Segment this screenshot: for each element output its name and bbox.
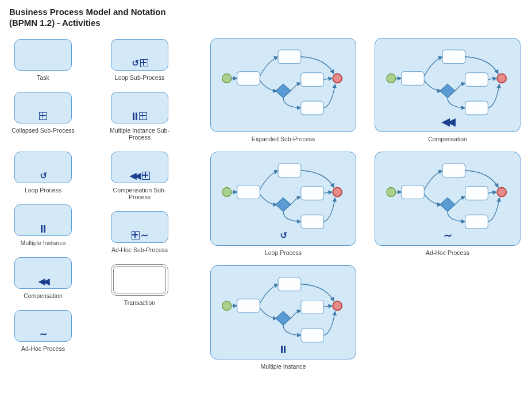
label-transaction: Transaction [108, 299, 171, 307]
label-big-adhoc: Ad-Hoc Process [375, 249, 521, 256]
cell-comp: ◀◀ Compensation [11, 257, 75, 300]
parallel-icon [132, 111, 138, 120]
svg-rect-11 [237, 185, 260, 199]
svg-line-15 [298, 196, 301, 198]
shape-multi-sub-process [111, 92, 168, 123]
svg-rect-26 [301, 300, 324, 314]
svg-rect-17 [301, 215, 324, 229]
shape-transaction [111, 264, 168, 296]
shape-comp-sub-process: ◀◀ [111, 152, 168, 183]
diagram-grid: Task Collapsed Sub-Process ↻ Loop Proces… [9, 38, 526, 407]
shape-expanded-sub-process [210, 38, 356, 132]
svg-line-8 [323, 78, 332, 79]
svg-line-18 [323, 192, 332, 193]
label-multi-sub: Multiple Instance Sub-Process [108, 127, 171, 141]
label-multi: Multiple Instance [11, 239, 75, 247]
svg-point-10 [222, 187, 232, 196]
cell-multi-sub: Multiple Instance Sub-Process [108, 92, 171, 141]
svg-rect-1 [237, 71, 260, 85]
svg-point-39 [497, 74, 506, 83]
cell-multi: Multiple Instance [11, 204, 75, 247]
svg-rect-27 [301, 328, 324, 342]
svg-line-48 [488, 192, 496, 193]
svg-rect-21 [237, 299, 260, 312]
shape-loop-sub-process: ↻ [111, 39, 168, 71]
label-comp-sub: Compensation Sub-Process [108, 187, 171, 201]
svg-point-40 [387, 187, 396, 196]
svg-rect-7 [301, 101, 324, 115]
cell-adhoc: ∼ Ad-Hoc Process [11, 310, 75, 353]
rewind-icon: ◀◀ [130, 172, 139, 180]
shape-big-compensation: ◀◀ [375, 38, 521, 132]
shape-compensation: ◀◀ [14, 257, 72, 289]
svg-line-45 [462, 196, 465, 198]
svg-line-34 [455, 84, 462, 91]
svg-point-29 [333, 301, 342, 310]
inner-flow-svg [211, 38, 356, 132]
label-big-multi: Multiple Instance [210, 363, 356, 370]
tilde-icon: ∼ [40, 330, 47, 338]
plus-marker-icon [132, 231, 140, 239]
plus-marker-icon [140, 59, 148, 67]
svg-rect-23 [278, 277, 301, 291]
loop-icon: ↻ [280, 231, 287, 242]
label-comp: Compensation [11, 292, 75, 300]
cell-comp-sub: ◀◀ Compensation Sub-Process [108, 152, 171, 201]
big-adhoc: ∼ Ad-Hoc Process [375, 152, 521, 256]
svg-line-25 [298, 310, 301, 311]
plus-marker-icon [139, 112, 147, 120]
shape-adhoc-process: ∼ [14, 310, 72, 342]
svg-rect-46 [465, 186, 488, 200]
parallel-icon [40, 224, 46, 233]
label-loop: Loop Process [11, 187, 75, 194]
svg-line-24 [291, 311, 298, 318]
parallel-icon [280, 345, 286, 355]
svg-rect-41 [402, 185, 425, 199]
rewind-icon: ◀◀ [38, 277, 48, 285]
svg-rect-13 [278, 163, 301, 177]
loop-icon: ↻ [132, 59, 139, 67]
big-expanded: Expanded Sub-Process [210, 38, 356, 142]
plus-marker-icon [39, 112, 47, 120]
svg-rect-33 [442, 49, 465, 63]
tilde-icon: ∼ [141, 231, 148, 239]
label-big-expanded: Expanded Sub-Process [210, 136, 356, 142]
shape-big-adhoc-process: ∼ [375, 152, 521, 246]
cell-transaction: Transaction [108, 264, 171, 307]
svg-line-28 [323, 306, 332, 307]
shape-big-multi-instance [210, 265, 356, 359]
loop-icon: ↻ [40, 172, 47, 180]
svg-point-0 [222, 74, 232, 83]
shape-big-loop-process: ↻ [210, 152, 356, 246]
cell-loop-sub: ↻ Loop Sub-Process [108, 39, 171, 82]
shape-task [14, 39, 72, 71]
svg-rect-37 [465, 101, 488, 115]
cell-task: Task [11, 39, 75, 82]
label-big-comp: Compensation [375, 136, 521, 142]
svg-line-44 [455, 198, 462, 204]
svg-point-30 [387, 74, 396, 83]
cell-collapsed: Collapsed Sub-Process [11, 92, 75, 134]
page-title: Business Process Model and Notation (BPM… [9, 7, 193, 29]
svg-point-9 [333, 74, 342, 83]
svg-point-49 [497, 187, 506, 196]
label-adhoc: Ad-Hoc Process [11, 345, 75, 353]
svg-rect-47 [465, 215, 488, 229]
svg-rect-6 [301, 72, 324, 86]
big-multi: Multiple Instance [210, 265, 356, 370]
cell-loop: ↻ Loop Process [11, 152, 75, 194]
svg-line-4 [291, 84, 298, 91]
svg-line-35 [462, 83, 465, 84]
svg-rect-43 [442, 163, 465, 177]
svg-line-5 [298, 83, 301, 84]
svg-rect-36 [465, 72, 488, 86]
svg-rect-31 [402, 71, 425, 85]
plus-marker-icon [142, 172, 150, 180]
label-big-loop: Loop Process [210, 249, 356, 256]
shape-collapsed-sub-process [14, 92, 72, 123]
svg-line-38 [488, 78, 496, 79]
svg-rect-16 [301, 186, 324, 200]
shape-adhoc-sub-process: ∼ [111, 211, 168, 243]
svg-point-20 [222, 301, 232, 310]
big-comp: ◀◀ Compensation [375, 38, 521, 142]
